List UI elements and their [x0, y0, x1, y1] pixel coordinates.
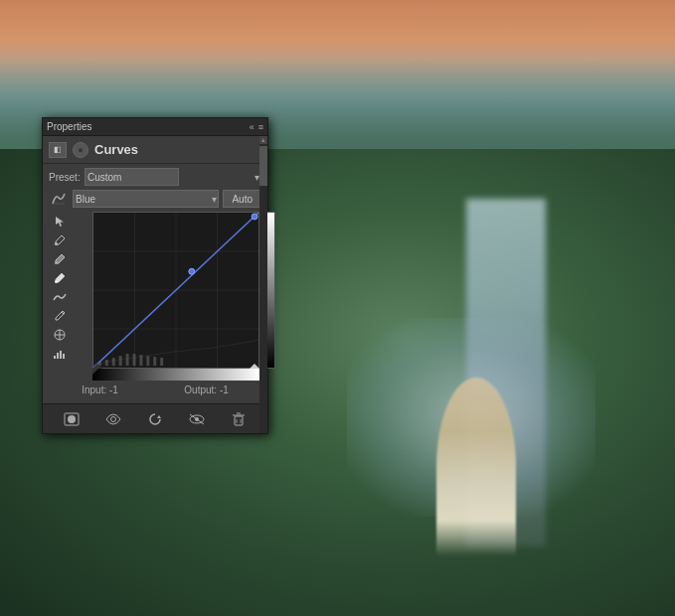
curves-canvas[interactable] — [92, 212, 259, 369]
svg-rect-9 — [57, 353, 59, 359]
panel-titlebar: Properties « ≡ — [43, 118, 267, 136]
pencil-tool-btn[interactable] — [52, 308, 68, 324]
svg-point-19 — [252, 214, 257, 220]
scrollbar[interactable]: ▴ — [259, 136, 267, 433]
preset-select[interactable]: Custom Default Strong Contrast Medium Co… — [84, 168, 179, 186]
panel-footer — [43, 403, 267, 433]
svg-point-32 — [68, 415, 76, 423]
svg-point-20 — [189, 268, 195, 274]
svg-rect-29 — [153, 357, 156, 366]
panel-menu-button[interactable]: ≡ — [258, 122, 263, 132]
svg-rect-11 — [63, 354, 65, 359]
svg-point-1 — [55, 242, 58, 245]
output-label: Output: -1 — [184, 385, 229, 395]
reset-icon[interactable] — [144, 408, 166, 430]
delete-icon[interactable] — [228, 408, 250, 430]
pointer-tool-btn[interactable] — [52, 214, 68, 230]
visibility-icon[interactable] — [102, 408, 124, 430]
preset-label: Preset: — [49, 172, 81, 183]
target-tool-btn[interactable] — [52, 327, 68, 343]
adjustment-icon: ◧ — [49, 142, 67, 158]
tools-column — [49, 212, 71, 381]
panel-section-header: ◧ ● Curves — [43, 136, 267, 164]
output-value: -1 — [220, 385, 229, 395]
input-label: Input: -1 — [82, 385, 118, 395]
svg-point-2 — [55, 261, 58, 264]
section-title: Curves — [94, 142, 138, 157]
svg-rect-23 — [112, 358, 115, 366]
svg-rect-25 — [126, 354, 129, 366]
auto-button[interactable]: Auto — [223, 190, 261, 208]
panel-title: Properties — [47, 121, 92, 132]
properties-panel: Properties « ≡ ◧ ● Curves Preset: Custom… — [42, 117, 268, 434]
input-gradient-bar — [92, 369, 259, 381]
histogram-tool-btn[interactable] — [52, 346, 68, 362]
new-layer-icon[interactable] — [61, 408, 83, 430]
scroll-up-arrow[interactable]: ▴ — [259, 136, 267, 144]
smooth-tool-btn[interactable] — [52, 289, 68, 305]
svg-rect-22 — [105, 360, 108, 366]
scrollbar-thumb[interactable] — [259, 146, 267, 186]
input-output-row: Input: -1 Output: -1 — [49, 385, 261, 395]
svg-rect-8 — [54, 356, 56, 359]
panel-body: Preset: Custom Default Strong Contrast M… — [43, 164, 267, 403]
curves-graph-area — [71, 212, 261, 381]
svg-rect-28 — [146, 356, 149, 366]
channel-icon — [49, 190, 69, 208]
channel-row: RGB Red Green Blue Auto — [49, 190, 261, 208]
eyedropper-black-btn[interactable] — [52, 232, 68, 248]
svg-point-3 — [55, 280, 58, 283]
layer-icon: ● — [73, 142, 88, 158]
svg-rect-37 — [235, 416, 243, 425]
eyedropper-white-btn[interactable] — [52, 270, 68, 286]
svg-rect-24 — [119, 356, 122, 366]
eyedropper-gray-btn[interactable] — [52, 251, 68, 267]
preset-row: Preset: Custom Default Strong Contrast M… — [49, 168, 261, 186]
eye-icon[interactable] — [186, 408, 208, 430]
channel-select[interactable]: RGB Red Green Blue — [73, 190, 219, 208]
svg-rect-10 — [60, 351, 62, 359]
panel-controls: « ≡ — [250, 122, 263, 132]
channel-select-wrapper: RGB Red Green Blue — [73, 190, 219, 208]
svg-rect-26 — [133, 354, 136, 366]
preset-select-wrapper: Custom Default Strong Contrast Medium Co… — [84, 168, 261, 186]
svg-rect-30 — [160, 358, 163, 366]
curves-panel-layout — [49, 212, 261, 381]
svg-rect-27 — [139, 355, 142, 366]
svg-point-33 — [111, 416, 116, 421]
input-value: -1 — [109, 385, 118, 395]
figure — [436, 378, 516, 556]
collapse-button[interactable]: « — [250, 122, 254, 132]
